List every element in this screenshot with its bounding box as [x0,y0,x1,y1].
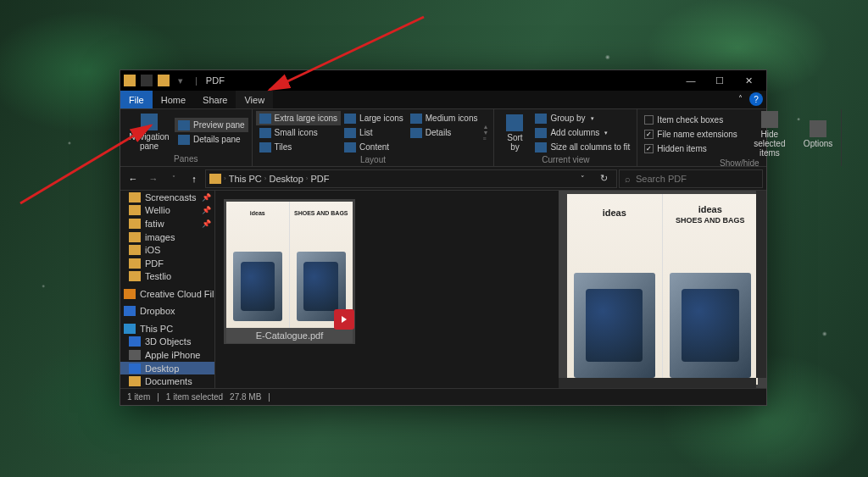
file-extensions-toggle[interactable]: File name extensions [641,127,741,141]
label: Sort by [503,133,526,152]
layout-details[interactable]: Details [407,125,481,140]
details-pane-button[interactable]: Details pane [175,132,248,147]
sidebar-item-creative-cloud[interactable]: Creative Cloud Files [120,287,214,301]
layout-icon [344,142,356,153]
sidebar-item[interactable]: Screencasts📌 [120,191,214,204]
separator: ▾ [178,75,183,86]
hidden-items-toggle[interactable]: Hidden items [641,141,741,156]
size-columns-button[interactable]: Size all columns to fit [531,140,633,154]
forward-button[interactable]: → [144,169,163,188]
tab-file[interactable]: File [120,91,153,108]
file-item[interactable]: ideas SHOES AND BAGS E-Catalogue.pdf [224,199,355,344]
label: Navigation pane [129,132,170,151]
group-icon [535,114,547,124]
file-thumbnail: ideas SHOES AND BAGS [226,202,353,328]
sidebar-item[interactable]: Apple iPhone [120,348,214,362]
breadcrumb-bar[interactable]: › This PC › Desktop › PDF ˅ ↻ [205,169,617,188]
group-layout: Extra large icons Small icons Tiles Larg… [253,109,495,166]
label: Dropbox [140,306,175,316]
label: fatiw [145,219,164,229]
file-list[interactable]: ideas SHOES AND BAGS E-Catalogue.pdf [215,191,559,388]
preview-content[interactable]: ideas SHOES AND BAGSideas [567,194,758,385]
sidebar-item[interactable]: Wellio📌 [120,204,214,218]
tagline-text: SHOES AND BAGS [290,210,353,216]
sidebar-item[interactable]: Documents [120,374,214,388]
sidebar-item[interactable]: PDF [120,257,214,270]
details-pane-icon [178,135,190,145]
chevron-down-icon: ▾ [604,130,608,136]
history-dropdown[interactable]: ˅ [573,175,592,183]
pin-icon: 📌 [202,219,211,228]
layout-tiles[interactable]: Tiles [256,140,341,154]
expand-icon[interactable]: ≡ [482,136,488,141]
sidebar-item-desktop[interactable]: Desktop [120,362,214,375]
item-count: 1 item [127,392,150,402]
scrollbar-horizontal[interactable] [559,378,756,388]
folder-icon [124,75,136,86]
close-button[interactable]: ✕ [734,70,763,91]
desktop-icon [129,363,141,374]
breadcrumb[interactable]: This PC [229,174,262,184]
up-button[interactable]: ↑ [185,169,203,188]
add-columns-button[interactable]: Add columns▾ [531,125,633,140]
label: Hide selected items [746,130,793,158]
brand-text: ideas [663,204,759,214]
pdf-badge-icon [334,309,354,330]
label: Desktop [145,363,179,374]
layout-content[interactable]: Content [341,140,407,154]
scrollbar-vertical[interactable] [756,191,766,378]
maximize-button[interactable]: ☐ [705,70,734,91]
layout-small[interactable]: Small icons [256,125,341,140]
tab-share[interactable]: Share [194,91,236,108]
scroll-up-icon[interactable]: ▲ [482,124,488,130]
group-panes: Navigation pane Preview pane Details pan… [120,109,253,166]
label: Size all columns to fit [550,142,630,152]
qat-icon[interactable] [141,75,153,86]
sort-by-button[interactable]: Sort by [498,111,531,154]
navigation-sidebar[interactable]: Screencasts📌 Wellio📌 fatiw📌 images iOS P… [120,191,215,388]
back-button[interactable]: ← [124,169,142,188]
layout-list[interactable]: List [341,125,407,140]
breadcrumb[interactable]: Desktop [269,174,303,184]
preview-pane-button[interactable]: Preview pane [175,118,248,132]
cloud-icon [124,289,136,299]
item-check-boxes-toggle[interactable]: Item check boxes [641,113,741,127]
tab-home[interactable]: Home [153,91,194,108]
recent-button[interactable]: ˅ [164,169,183,188]
folder-icon [129,271,141,281]
qat-icon[interactable] [158,75,170,86]
breadcrumb[interactable]: PDF [311,174,330,184]
address-bar: ← → ˅ ↑ › This PC › Desktop › PDF ˅ ↻ ⌕ … [120,167,766,191]
group-by-button[interactable]: Group by▾ [531,111,633,125]
sidebar-item-this-pc[interactable]: This PC [120,322,214,336]
sidebar-item[interactable]: Testlio [120,269,214,283]
options-button[interactable]: Options [798,111,837,158]
tab-view[interactable]: View [236,91,273,108]
layout-large[interactable]: Large icons [341,111,407,125]
columns-icon [535,128,547,138]
titlebar[interactable]: ▾ | PDF — ☐ ✕ [120,70,766,91]
options-icon [810,120,826,137]
minimize-button[interactable]: — [676,70,705,91]
label: Add columns [550,128,599,137]
refresh-button[interactable]: ↻ [594,173,613,184]
folder-icon [129,192,141,202]
hide-selected-button[interactable]: Hide selected items [741,111,798,158]
layout-medium[interactable]: Medium icons [407,111,481,125]
scroll-down-icon[interactable]: ▼ [482,130,488,136]
label: Item check boxes [657,115,723,125]
help-icon[interactable]: ? [749,92,763,106]
layout-extra-large[interactable]: Extra large icons [256,111,341,125]
preview-pane-icon [178,120,190,130]
sidebar-item-dropbox[interactable]: Dropbox [120,305,214,319]
collapse-ribbon-icon[interactable]: ˄ [738,94,743,103]
sidebar-item[interactable]: 3D Objects [120,336,214,349]
hide-icon [761,111,778,128]
sidebar-item[interactable]: images [120,230,214,244]
navigation-pane-button[interactable]: Navigation pane [124,111,175,153]
file-name: E-Catalogue.pdf [226,328,353,343]
label: iOS [145,245,160,255]
sidebar-item[interactable]: iOS [120,243,214,257]
sidebar-item[interactable]: fatiw📌 [120,217,214,230]
search-input[interactable]: ⌕ Search PDF [619,169,763,188]
